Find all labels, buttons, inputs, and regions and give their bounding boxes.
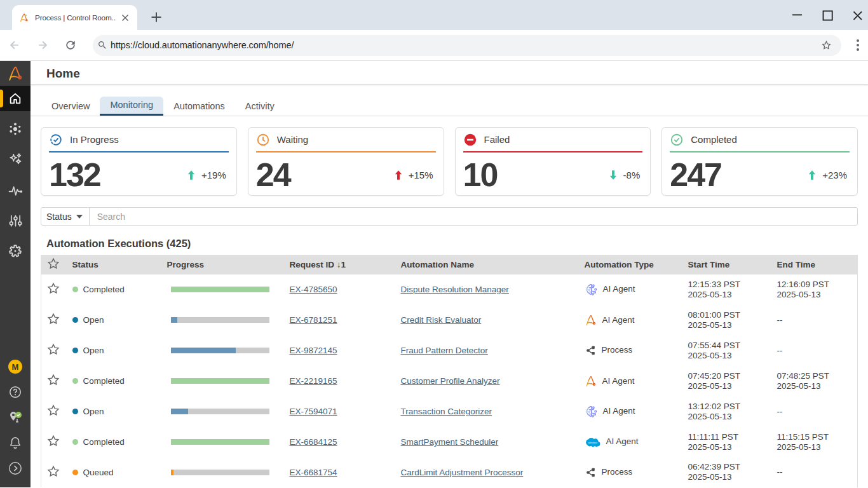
svg-text:salesforce: salesforce <box>588 442 597 444</box>
